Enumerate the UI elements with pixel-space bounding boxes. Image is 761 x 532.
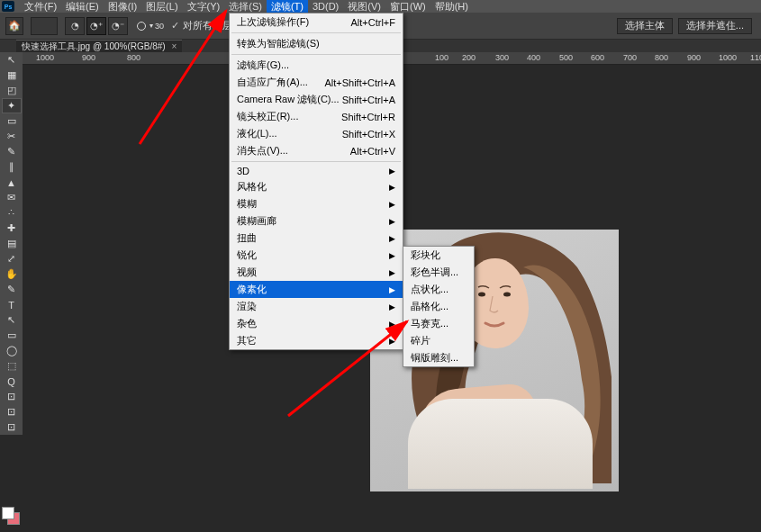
menu-item-label: 上次滤镜操作(F): [237, 15, 309, 29]
select-subject-button[interactable]: 选择主体: [617, 18, 673, 34]
submenu-arrow-icon: ▶: [389, 251, 395, 260]
filter-menu-item-5[interactable]: 镜头校正(R)...Shift+Ctrl+R: [230, 108, 403, 125]
filter-menu-item-2[interactable]: 滤镜库(G)...: [230, 57, 403, 74]
menu-item-shortcut: Shift+Ctrl+X: [342, 129, 395, 140]
filter-menu-item-8[interactable]: 3D▶: [230, 164, 403, 178]
ruler-mark: 900: [687, 53, 701, 62]
pixelate-item-4[interactable]: 马赛克...: [403, 315, 474, 332]
filter-menu-item-9[interactable]: 风格化▶: [230, 178, 403, 195]
pixelate-item-0[interactable]: 彩块化: [403, 247, 474, 264]
add-selection-icon[interactable]: ◔⁺: [86, 17, 106, 35]
tool-icon-12[interactable]: ▤: [2, 236, 22, 251]
menu-item-label: 杂色: [237, 317, 257, 330]
tool-icon-19[interactable]: ◯: [2, 343, 22, 358]
tool-icon-15[interactable]: ✎: [2, 282, 22, 297]
tool-icon-24[interactable]: ⊡: [2, 419, 22, 435]
ruler-mark: 1000: [719, 53, 737, 62]
filter-menu-item-15[interactable]: 像素化▶: [230, 281, 403, 298]
filter-menu-item-13[interactable]: 锐化▶: [230, 247, 403, 264]
menu-item-label: 渲染: [237, 300, 257, 313]
tool-icon-13[interactable]: ⤢: [2, 251, 22, 266]
tool-icon-10[interactable]: ∴: [2, 205, 22, 221]
tool-icon-7[interactable]: ∥: [2, 159, 22, 175]
pixelate-item-3[interactable]: 晶格化...: [403, 298, 474, 315]
menu-item-label: 自适应广角(A)...: [237, 76, 308, 89]
new-selection-icon[interactable]: ◔: [65, 17, 85, 35]
filter-menu-item-14[interactable]: 视频▶: [230, 264, 403, 281]
tool-icon-23[interactable]: ⊡: [2, 404, 22, 419]
menu-10[interactable]: 帮助(H): [430, 0, 473, 14]
tool-icon-1[interactable]: ▦: [2, 68, 22, 83]
subtract-selection-icon[interactable]: ◔⁻: [108, 17, 128, 35]
ruler-mark: 600: [591, 53, 604, 62]
menu-item-label: 扭曲: [237, 231, 257, 245]
pixelate-item-5[interactable]: 碎片: [403, 332, 474, 349]
menu-2[interactable]: 图像(I): [104, 0, 141, 14]
menu-item-label: 像素化: [237, 283, 267, 296]
menu-0[interactable]: 文件(F): [20, 0, 61, 14]
tool-icon-22[interactable]: ⊡: [2, 389, 22, 404]
menu-item-shortcut: Shift+Ctrl+R: [341, 112, 395, 122]
menu-1[interactable]: 编辑(E): [61, 0, 104, 14]
menu-item-label: Camera Raw 滤镜(C)...: [237, 93, 340, 106]
menu-5[interactable]: 选择(S): [224, 0, 267, 14]
filter-menu-dropdown: 上次滤镜操作(F)Alt+Ctrl+F转换为智能滤镜(S)滤镜库(G)...自适…: [229, 13, 403, 350]
filter-menu-item-16[interactable]: 渲染▶: [230, 298, 403, 315]
filter-menu-item-4[interactable]: Camera Raw 滤镜(C)...Shift+Ctrl+A: [230, 91, 403, 108]
menu-8[interactable]: 视图(V): [343, 0, 385, 14]
filter-menu-item-1[interactable]: 转换为智能滤镜(S): [230, 35, 403, 52]
select-and-mask-button[interactable]: 选择并遮住...: [678, 18, 752, 34]
document-tab[interactable]: 快速选择工具.jpg @ 100%(RGB/8#) ×: [16, 40, 182, 53]
menu-item-label: 转换为智能滤镜(S): [237, 37, 320, 50]
filter-menu-item-18[interactable]: 其它▶: [230, 332, 403, 349]
ruler-mark: 800: [127, 53, 140, 62]
selection-mode-group: ◔ ◔⁺ ◔⁻: [65, 17, 128, 35]
menu-item-label: 液化(L)...: [237, 127, 277, 140]
color-swatch[interactable]: [2, 507, 20, 525]
tool-preset-button[interactable]: [31, 17, 58, 35]
filter-menu-item-11[interactable]: 模糊画廊▶: [230, 212, 403, 230]
tool-icon-17[interactable]: ↖: [2, 312, 22, 328]
tool-icon-20[interactable]: ⬚: [2, 358, 22, 374]
tool-palette: ↖▦◰✦▭✂✎∥▲✉∴✚▤⤢✋✎T↖▭◯⬚Q⊡⊡⊡: [0, 52, 23, 435]
filter-menu-item-10[interactable]: 模糊▶: [230, 195, 403, 212]
tool-icon-11[interactable]: ✚: [2, 221, 22, 236]
pixelate-item-6[interactable]: 铜版雕刻...: [403, 349, 474, 366]
menu-item-shortcut: Alt+Shift+Ctrl+A: [324, 77, 395, 88]
tool-icon-4[interactable]: ▭: [2, 113, 22, 129]
tool-icon-5[interactable]: ✂: [2, 129, 22, 144]
menu-3[interactable]: 图层(L): [141, 0, 182, 14]
menu-6[interactable]: 滤镜(T): [267, 0, 308, 14]
filter-menu-item-6[interactable]: 液化(L)...Shift+Ctrl+X: [230, 125, 403, 142]
menu-item-label: 3D: [237, 166, 249, 176]
menu-item-label: 镜头校正(R)...: [237, 110, 298, 123]
menu-9[interactable]: 窗口(W): [385, 0, 430, 14]
svg-point-0: [478, 293, 485, 297]
pixelate-item-1[interactable]: 彩色半调...: [403, 264, 474, 281]
menu-item-label: 模糊画廊: [237, 214, 276, 228]
tool-icon-14[interactable]: ✋: [2, 266, 22, 282]
filter-menu-item-7[interactable]: 消失点(V)...Alt+Ctrl+V: [230, 142, 403, 159]
filter-menu-item-17[interactable]: 杂色▶: [230, 315, 403, 332]
foreground-color-swatch[interactable]: [2, 507, 14, 519]
menu-item-shortcut: Shift+Ctrl+A: [342, 95, 395, 105]
tool-icon-18[interactable]: ▭: [2, 328, 22, 343]
home-icon[interactable]: 🏠: [5, 17, 23, 35]
menu-separator: [231, 32, 401, 33]
tool-icon-8[interactable]: ▲: [2, 175, 22, 190]
tool-icon-9[interactable]: ✉: [2, 190, 22, 205]
tool-icon-21[interactable]: Q: [2, 374, 22, 389]
filter-menu-item-0[interactable]: 上次滤镜操作(F)Alt+Ctrl+F: [230, 14, 403, 31]
tool-icon-0[interactable]: ↖: [2, 52, 22, 68]
pixelate-item-2[interactable]: 点状化...: [403, 281, 474, 298]
tab-close-icon[interactable]: ×: [171, 41, 177, 51]
filter-menu-item-12[interactable]: 扭曲▶: [230, 230, 403, 247]
menu-4[interactable]: 文字(Y): [183, 0, 225, 14]
tool-icon-3[interactable]: ✦: [2, 98, 22, 113]
tool-icon-16[interactable]: T: [2, 297, 22, 312]
menu-7[interactable]: 3D(D): [308, 1, 343, 12]
brush-size-control[interactable]: ▾30: [135, 22, 164, 31]
tool-icon-6[interactable]: ✎: [2, 144, 22, 159]
tool-icon-2[interactable]: ◰: [2, 83, 22, 98]
filter-menu-item-3[interactable]: 自适应广角(A)...Alt+Shift+Ctrl+A: [230, 74, 403, 91]
